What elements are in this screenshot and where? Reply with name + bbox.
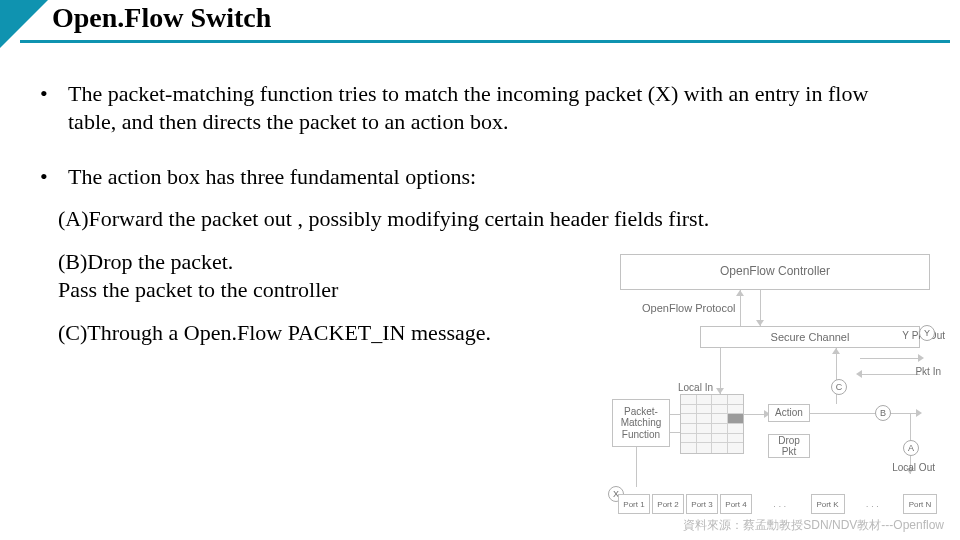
port-4: Port 4 — [720, 494, 752, 514]
local-in-label: Local In — [678, 382, 713, 393]
footer-source: 資料來源：蔡孟勳教授SDN/NDV教材---Openflow — [683, 517, 944, 534]
circle-c: C — [831, 379, 847, 395]
port-n: Port N — [903, 494, 937, 514]
circle-a: A — [903, 440, 919, 456]
port-ellipsis-1: ... — [754, 494, 809, 514]
option-a: (A)Forward the packet out , possibly mod… — [58, 205, 914, 233]
title-bar: Open.Flow Switch — [0, 0, 960, 48]
port-k: Port K — [811, 494, 845, 514]
controller-box: OpenFlow Controller — [620, 254, 930, 290]
protocol-label: OpenFlow Protocol — [642, 302, 736, 314]
port-bar: Port 1 Port 2 Port 3 Port 4 ... Port K .… — [618, 494, 937, 514]
drop-pkt-box: Drop Pkt — [768, 434, 810, 458]
pkt-in-label: Pkt In — [915, 366, 941, 377]
action-box: Action — [768, 404, 810, 422]
openflow-diagram: OpenFlow Controller OpenFlow Protocol Se… — [610, 254, 945, 514]
title-underline — [20, 40, 950, 43]
bullet-2: The action box has three fundamental opt… — [46, 163, 914, 191]
slide-title: Open.Flow Switch — [52, 2, 271, 34]
port-3: Port 3 — [686, 494, 718, 514]
secure-channel-box: Secure Channel — [700, 326, 920, 348]
local-out-label: Local Out — [892, 462, 935, 473]
packet-matching-function-box: Packet- Matching Function — [612, 399, 670, 447]
port-2: Port 2 — [652, 494, 684, 514]
port-1: Port 1 — [618, 494, 650, 514]
bullet-1: The packet-matching function tries to ma… — [46, 80, 914, 135]
flow-table — [680, 394, 744, 454]
port-ellipsis-2: ... — [847, 494, 902, 514]
circle-y: Y — [919, 325, 935, 341]
circle-b: B — [875, 405, 891, 421]
